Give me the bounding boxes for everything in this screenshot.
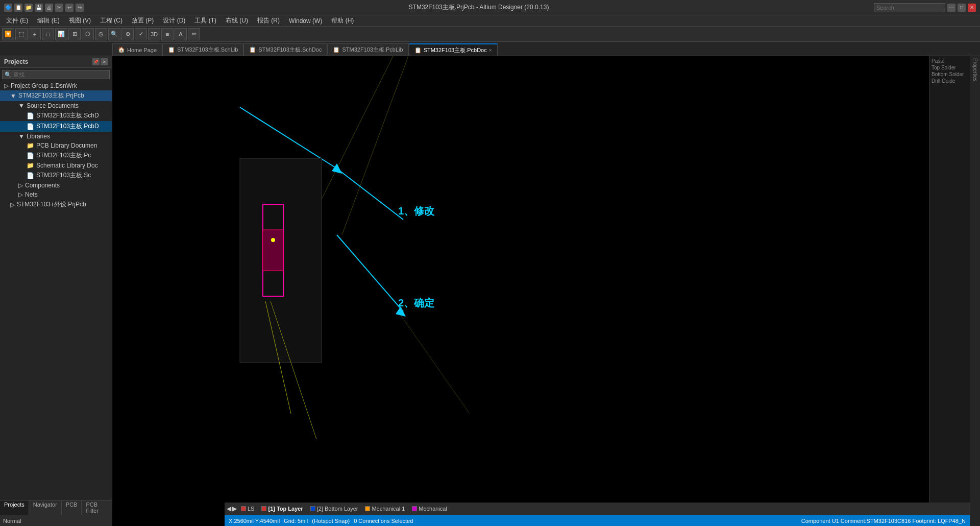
tree-item-schdoc[interactable]: 📄STM32F103主板.SchD <box>0 110 112 121</box>
toolbar-text[interactable]: A <box>175 28 187 40</box>
redo-icon[interactable]: ↪ <box>76 4 84 12</box>
menu-edit[interactable]: 编辑 (E) <box>33 15 63 26</box>
svg-rect-7 <box>263 230 283 271</box>
tree-item-pcblib-folder[interactable]: 📁PCB Library Documen <box>0 141 112 150</box>
tab-home[interactable]: 🏠 Home Page <box>112 43 162 56</box>
layer-tabs: ◀ ▶ LS [1] Top Layer [2] Bottom Layer Me… <box>225 503 970 515</box>
layer-tab-top[interactable]: [1] Top Layer <box>258 504 306 514</box>
svg-line-0 <box>316 56 393 209</box>
sidebar-header: Projects 📌 ✕ <box>0 56 112 68</box>
tree-item-group[interactable]: ▷Project Group 1.DsnWrk <box>0 81 112 90</box>
menu-project[interactable]: 工程 (C) <box>96 15 127 26</box>
menu-report[interactable]: 报告 (R) <box>253 15 284 26</box>
sidebar-title: Projects <box>4 58 28 65</box>
toolbar-icon4[interactable]: 🖨 <box>45 4 53 12</box>
toolbar-icon1[interactable]: 📋 <box>14 4 22 12</box>
nav-navigator[interactable]: Navigator <box>29 500 62 515</box>
window-title: STM32F103主板.PrjPcb - Altium Designer (20… <box>84 3 874 12</box>
toolbar-icon5[interactable]: ✂ <box>55 4 63 12</box>
tree-item-source-docs[interactable]: ▼Source Documents <box>0 101 112 110</box>
svg-marker-13 <box>396 306 406 317</box>
layer-label-top: [1] Top Layer <box>268 506 303 512</box>
toolbar-copy[interactable]: ⬚ <box>15 28 28 40</box>
layer-tab-ls[interactable]: LS <box>238 504 257 514</box>
canvas-area[interactable]: 查找相似对象 ✕ Kind ▲ Object Kind Text Same Ob… <box>112 56 970 526</box>
svg-line-1 <box>342 56 408 235</box>
sidebar-status: Normal <box>0 515 112 526</box>
properties-panel-strip: Properties <box>970 56 980 526</box>
tab-pcbdoc[interactable]: 📋 STM32F103主板.PcbDoc × <box>409 43 498 56</box>
tab-bar: 🏠 Home Page 📋 STM32F103主板.SchLib 📋 STM32… <box>0 42 980 56</box>
status-component: Component U1 Comment:STM32F103C816 Footp… <box>801 518 966 524</box>
toolbar-chart[interactable]: 📊 <box>55 28 67 40</box>
menu-routing[interactable]: 布线 (U) <box>222 15 252 26</box>
right-panel: Paste Top Solder Bottom Solder Drill Gui… <box>929 56 970 503</box>
svg-line-2 <box>398 312 470 414</box>
layer-nav-left[interactable]: ◀ ▶ <box>227 505 237 512</box>
menu-tools[interactable]: 工具 (T) <box>190 15 220 26</box>
search-input[interactable] <box>874 3 945 12</box>
minimize-icon[interactable]: — <box>947 4 955 12</box>
sidebar-pin[interactable]: 📌 <box>92 58 100 65</box>
layer-dot-ls <box>241 506 246 511</box>
app-icon: 🔷 <box>4 4 12 12</box>
toolbar-add[interactable]: + <box>29 28 41 40</box>
menu-help[interactable]: 帮助 (H) <box>327 15 358 26</box>
tree-item-ext-prjpcb[interactable]: ▷STM32F103+外设.PrjPcb <box>0 199 112 210</box>
tab-schlib[interactable]: 📋 STM32F103主板.SchLib <box>162 43 243 56</box>
layer-label-mech1: Mechanical 1 <box>372 506 405 512</box>
menu-view[interactable]: 视图 (V) <box>65 15 95 26</box>
toolbar-arc[interactable]: ◷ <box>95 28 107 40</box>
sidebar-search-input[interactable] <box>2 70 110 79</box>
layer-tab-bottom[interactable]: [2] Bottom Layer <box>307 504 361 514</box>
menu-file[interactable]: 文件 (E) <box>2 15 32 26</box>
nav-projects[interactable]: Projects <box>0 500 29 515</box>
menubar: 文件 (E) 编辑 (E) 视图 (V) 工程 (C) 放置 (P) 设计 (D… <box>0 15 980 27</box>
pcb-svg <box>112 56 970 526</box>
tree-item-pcblib-file[interactable]: 📄STM32F103主板.Pc <box>0 150 112 161</box>
toolbar-icon3[interactable]: 💾 <box>35 4 43 12</box>
svg-line-11 <box>337 169 403 220</box>
tree-item-schlib-folder[interactable]: 📁Schematic Library Doc <box>0 161 112 170</box>
status-snap: (Hotspot Snap) <box>312 518 350 524</box>
nav-pcb[interactable]: PCB <box>62 500 82 515</box>
tree-item-components[interactable]: ▷Components <box>0 181 112 190</box>
sidebar-close[interactable]: ✕ <box>101 58 108 65</box>
tree-item-prjpcb[interactable]: ▼STM32F103主板.PrjPcb <box>0 90 112 101</box>
menu-place[interactable]: 放置 (P) <box>128 15 158 26</box>
toolbar-rules[interactable]: ≡ <box>161 28 174 40</box>
layer-tab-mech1[interactable]: Mechanical 1 <box>362 504 408 514</box>
menu-design[interactable]: 设计 (D) <box>159 15 189 26</box>
layer-tab-mech2[interactable]: Mechanical <box>409 504 450 514</box>
toolbar-lens[interactable]: 🔍 <box>108 28 120 40</box>
tree-item-schlib-file[interactable]: 📄STM32F103主板.Sc <box>0 170 112 181</box>
search-box <box>2 70 110 79</box>
toolbar-snap[interactable]: ⊕ <box>121 28 134 40</box>
toolbar-route[interactable]: ⬡ <box>82 28 94 40</box>
toolbar-move[interactable]: ⊞ <box>68 28 81 40</box>
undo-icon[interactable]: ↩ <box>65 4 74 12</box>
right-panel-drillguide: Drill Guide <box>932 78 968 84</box>
close-icon[interactable]: ✕ <box>968 4 976 12</box>
toolbar-icon2[interactable]: 📁 <box>24 4 33 12</box>
right-panel-paste: Paste <box>932 58 968 64</box>
nav-pcbfilter[interactable]: PCB Filter <box>82 500 112 515</box>
svg-point-8 <box>271 238 275 242</box>
tab-schdoc[interactable]: 📋 STM32F103主板.SchDoc <box>243 43 327 56</box>
tree-item-nets[interactable]: ▷Nets <box>0 190 112 199</box>
toolbar-3d[interactable]: 3D <box>148 28 160 40</box>
toolbar-filter[interactable]: 🔽 <box>2 28 14 40</box>
maximize-icon[interactable]: □ <box>958 4 966 12</box>
toolbar-draw[interactable]: ✏ <box>188 28 200 40</box>
tree-item-libraries[interactable]: ▼Libraries <box>0 132 112 141</box>
toolbar-drc[interactable]: ✓ <box>135 28 147 40</box>
properties-label[interactable]: Properties <box>972 58 978 82</box>
tree-item-pcbdoc[interactable]: 📄STM32F103主板.PcbD <box>0 121 112 132</box>
tab-pcblib[interactable]: 📋 STM32F103主板.PcbLib <box>327 43 408 56</box>
toolbar: 🔽 ⬚ + □ 📊 ⊞ ⬡ ◷ 🔍 ⊕ ✓ 3D ≡ A ✏ <box>0 27 980 42</box>
toolbar-rect[interactable]: □ <box>42 28 54 40</box>
layer-dot-top <box>261 506 266 511</box>
layer-label-bottom: [2] Bottom Layer <box>317 506 358 512</box>
menu-window[interactable]: Window (W) <box>285 16 326 26</box>
right-panel-bottomsolder: Bottom Solder <box>932 71 968 77</box>
